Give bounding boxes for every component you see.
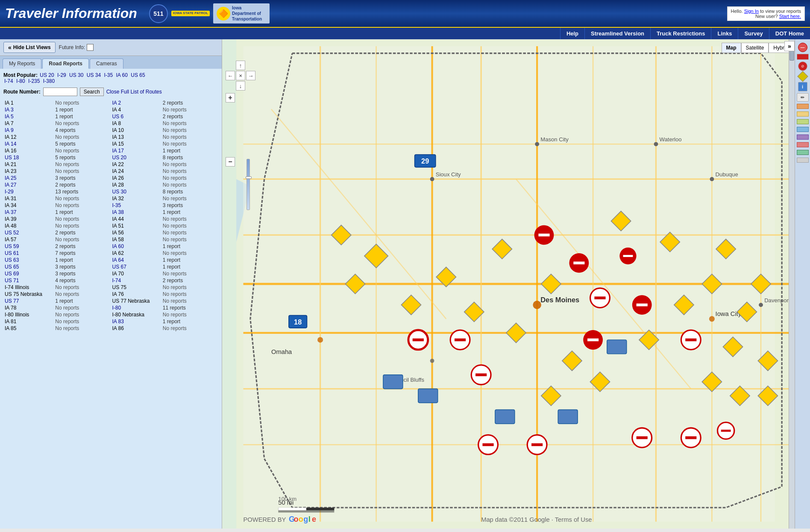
- svg-text:Omaha: Omaha: [271, 348, 292, 355]
- route-report-count: 1 report: [54, 113, 111, 120]
- popular-ia60[interactable]: IA 60: [116, 72, 128, 78]
- route-link[interactable]: US 63: [5, 257, 19, 263]
- nav-streamlined[interactable]: Streamlined Version: [584, 28, 650, 39]
- route-table-row: US 522 reportsIA 56No reports: [3, 229, 218, 236]
- map-nav-controls: ↑ ← ✕ → ↓ + −: [226, 61, 255, 167]
- route-link[interactable]: US 30: [112, 189, 126, 195]
- popular-i380[interactable]: I-380: [43, 78, 55, 84]
- nav-dot-home[interactable]: DOT Home: [769, 28, 810, 39]
- route-table-row: US 771 reportUS 77 NebraskaNo reports: [3, 298, 218, 304]
- route-link[interactable]: IA 3: [5, 107, 14, 113]
- map-content[interactable]: Des Moines Iowa City Omaha Council Bluff…: [222, 39, 810, 529]
- tab-cameras[interactable]: Cameras: [90, 58, 123, 69]
- route-link[interactable]: US 18: [5, 155, 19, 161]
- route-link[interactable]: IA 17: [112, 148, 123, 154]
- route-link[interactable]: IA 5: [5, 114, 14, 120]
- route-label: IA 15: [111, 140, 161, 147]
- popular-i235[interactable]: I-235: [28, 78, 40, 84]
- nav-links[interactable]: Links: [711, 28, 738, 39]
- route-label: I-74 Illinois: [3, 284, 54, 291]
- route-link[interactable]: IA 2: [112, 100, 121, 106]
- route-link[interactable]: IA 14: [5, 141, 16, 147]
- map-type-satellite[interactable]: Satellite: [741, 43, 769, 53]
- popular-us65[interactable]: US 65: [131, 72, 145, 78]
- popular-i35[interactable]: I-35: [104, 72, 113, 78]
- close-full-list-link[interactable]: Close Full List of Routes: [106, 89, 162, 95]
- icon-construction-diamond[interactable]: [797, 71, 808, 82]
- route-label: IA 56: [111, 229, 161, 236]
- route-report-count: No reports: [54, 284, 111, 291]
- popular-i80[interactable]: I-80: [16, 78, 25, 84]
- icon-info[interactable]: i: [798, 82, 807, 91]
- logo-511: 511: [149, 4, 168, 23]
- route-link[interactable]: US 77: [5, 298, 19, 304]
- route-link[interactable]: US 61: [5, 250, 19, 256]
- route-link[interactable]: US 65: [5, 264, 19, 270]
- zoom-in-button[interactable]: +: [226, 93, 235, 102]
- route-table-row: IA 51 reportUS 62 reports: [3, 113, 218, 120]
- route-table-row: US 592 reportsIA 601 report: [3, 243, 218, 250]
- route-report-count: No reports: [54, 318, 111, 325]
- tab-my-reports[interactable]: My Reports: [3, 58, 41, 69]
- icon-restriction[interactable]: [797, 54, 809, 60]
- nav-survey[interactable]: Survey: [738, 28, 769, 39]
- route-link[interactable]: IA 83: [112, 319, 123, 324]
- route-link[interactable]: IA 60: [112, 243, 123, 249]
- popular-us20[interactable]: US 20: [40, 72, 54, 78]
- route-link[interactable]: US 6: [112, 114, 123, 120]
- route-table-row: IA 85No reportsIA 86No reports: [3, 325, 218, 332]
- route-link[interactable]: US 67: [112, 264, 126, 270]
- popular-i29[interactable]: I-29: [57, 72, 66, 78]
- route-link[interactable]: US 59: [5, 243, 19, 249]
- route-table-row: IA 371 reportIA 381 report: [3, 209, 218, 216]
- nav-truck-restrictions[interactable]: Truck Restrictions: [650, 28, 711, 39]
- future-info-checkbox[interactable]: [87, 44, 94, 51]
- route-link[interactable]: US 69: [5, 271, 19, 277]
- popular-us34[interactable]: US 34: [87, 72, 101, 78]
- popular-i74[interactable]: I-74: [4, 78, 13, 84]
- route-number-input[interactable]: [43, 88, 77, 96]
- map-scrollbar[interactable]: [789, 39, 795, 529]
- route-link[interactable]: IA 9: [5, 127, 14, 133]
- collapse-map-button[interactable]: »: [784, 41, 795, 51]
- route-link[interactable]: I-29: [5, 189, 14, 195]
- hide-list-button[interactable]: « Hide List Views: [3, 42, 56, 53]
- route-link[interactable]: US 71: [5, 278, 19, 284]
- route-link[interactable]: US 52: [5, 230, 19, 236]
- route-link[interactable]: I-35: [112, 202, 121, 208]
- zoom-slider[interactable]: [233, 159, 263, 210]
- legend-color-8: [797, 158, 809, 163]
- route-report-count: 1 report: [161, 263, 218, 270]
- route-label: IA 44: [111, 216, 161, 222]
- pan-up-button[interactable]: ↑: [236, 61, 245, 70]
- route-link[interactable]: IA 64: [112, 257, 123, 263]
- route-report-count: No reports: [161, 216, 218, 222]
- route-link[interactable]: I-74: [112, 278, 121, 284]
- route-report-count: 1 report: [54, 209, 111, 216]
- icon-road-closed[interactable]: —: [798, 43, 807, 52]
- tab-road-reports[interactable]: Road Reports: [42, 58, 89, 69]
- icon-map-pencil[interactable]: ✏: [797, 93, 809, 102]
- route-report-count: No reports: [54, 311, 111, 318]
- route-table-row: IA 12No reportsIA 13No reports: [3, 134, 218, 140]
- pan-right-button[interactable]: →: [246, 71, 255, 80]
- search-button[interactable]: Search: [80, 88, 104, 96]
- pan-left-button[interactable]: ←: [226, 71, 235, 80]
- svg-text:o: o: [293, 515, 298, 523]
- icon-no-entry[interactable]: ⊘: [798, 61, 807, 71]
- route-link[interactable]: IA 27: [5, 182, 16, 188]
- route-link[interactable]: IA 37: [5, 209, 16, 215]
- pan-down-button[interactable]: ↓: [236, 81, 245, 91]
- nav-help[interactable]: Help: [560, 28, 584, 39]
- pan-center-button[interactable]: ✕: [236, 71, 245, 80]
- popular-us30[interactable]: US 30: [69, 72, 83, 78]
- start-here-link[interactable]: Start here.: [779, 14, 801, 19]
- main-container: « Hide List Views Future Info: My Report…: [0, 39, 810, 529]
- route-link[interactable]: I-80: [112, 305, 121, 311]
- map-type-map[interactable]: Map: [722, 43, 741, 53]
- route-link[interactable]: IA 25: [5, 175, 16, 181]
- route-link[interactable]: IA 38: [112, 209, 123, 215]
- route-link[interactable]: US 20: [112, 155, 126, 161]
- route-table-row: IA 94 reportsIA 10No reports: [3, 127, 218, 134]
- sign-in-link[interactable]: Sign In: [744, 9, 759, 14]
